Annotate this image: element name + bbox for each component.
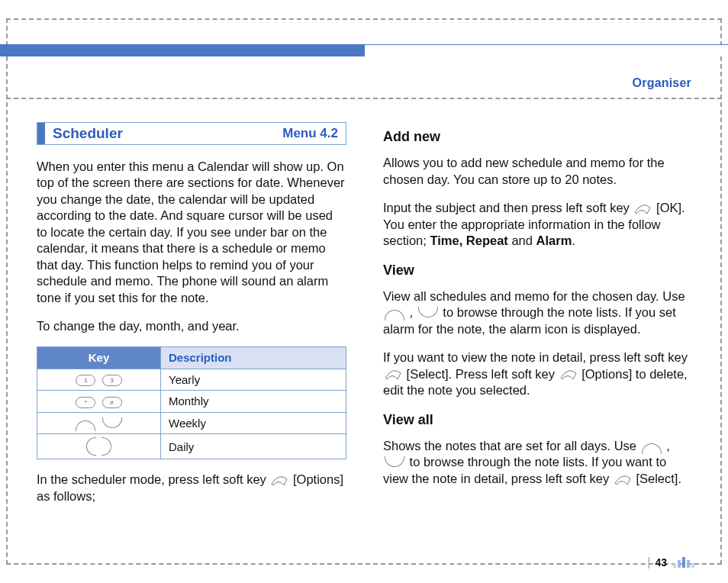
header-section-label: Organiser xyxy=(633,76,691,90)
view-p2: If you want to view the note in detail, … xyxy=(383,349,693,398)
thumb-index-bars-icon xyxy=(672,557,694,568)
view-all-p1a: Shows the notes that are set for all day… xyxy=(383,439,640,453)
scheduler-footer-paragraph: In the scheduler mode, press left soft k… xyxy=(37,472,346,504)
title-accent-bar xyxy=(37,123,45,144)
key-star-icon: * xyxy=(76,397,95,408)
key-cell-yearly: 1 3 xyxy=(37,369,161,391)
add-new-bold1: Time, Repeat xyxy=(430,234,507,247)
view-p1a: View all schedules and memo for the chos… xyxy=(383,289,685,303)
key-3-icon: 3 xyxy=(102,375,122,386)
view-all-p1: Shows the notes that are set for all day… xyxy=(383,438,693,487)
left-column: Scheduler Menu 4.2 When you enter this m… xyxy=(37,122,346,540)
nav-down-icon xyxy=(102,417,122,428)
view-all-p1d: [Select]. xyxy=(636,472,681,485)
footer-text-a: In the scheduler mode, press left soft k… xyxy=(37,472,269,486)
view-p2b: [Select]. Press left soft key xyxy=(407,367,559,381)
table-head-description: Description xyxy=(161,347,346,369)
header-color-bar xyxy=(0,44,728,56)
table-head-key: Key xyxy=(37,347,161,369)
key-hash-icon: # xyxy=(102,397,122,408)
change-line: To change the day, month, and year. xyxy=(37,318,346,334)
page-border-bottom xyxy=(6,563,722,565)
table-row: * # Monthly xyxy=(37,391,346,413)
desc-cell: Yearly xyxy=(161,369,346,391)
nav-right-icon xyxy=(101,437,111,456)
add-new-p2: Input the subject and then press left so… xyxy=(383,200,693,249)
right-column: Add new Allows you to add new schedule a… xyxy=(383,122,693,540)
page-border-left xyxy=(6,18,8,565)
soft-key-icon xyxy=(271,475,288,486)
section-title: Scheduler xyxy=(53,124,123,143)
add-new-p1: Allows you to add new schedule and memo … xyxy=(383,155,693,188)
key-1-icon: 1 xyxy=(76,375,95,386)
content-columns: Scheduler Menu 4.2 When you enter this m… xyxy=(37,122,693,540)
nav-left-icon xyxy=(86,437,96,456)
nav-up-icon xyxy=(642,443,662,454)
view-p2a: If you want to view the note in detail, … xyxy=(383,350,688,364)
soft-key-icon xyxy=(634,204,651,214)
table-row: Weekly xyxy=(37,412,346,434)
soft-key-icon xyxy=(385,369,401,380)
page-border-right xyxy=(720,18,722,565)
add-new-heading: Add new xyxy=(383,128,693,146)
view-p1: View all schedules and memo for the chos… xyxy=(383,288,693,337)
table-row: 1 3 Yearly xyxy=(37,369,346,391)
desc-cell: Weekly xyxy=(161,412,346,434)
view-p1b: , xyxy=(406,305,417,319)
nav-down-icon xyxy=(385,456,404,467)
key-cell-weekly xyxy=(37,412,161,434)
section-menu-number: Menu 4.2 xyxy=(282,125,338,142)
view-all-p1b: , xyxy=(663,439,670,453)
desc-cell: Monthly xyxy=(161,391,346,413)
key-description-table: Key Description 1 3 Yearly * # Monthly xyxy=(37,346,346,459)
header-separator xyxy=(6,98,722,99)
add-new-p2c: and xyxy=(508,234,536,247)
nav-up-icon xyxy=(76,420,95,431)
nav-up-icon xyxy=(385,310,404,320)
nav-down-icon xyxy=(418,307,438,317)
page-number-area: | 43 xyxy=(647,556,694,569)
add-new-p2d: . xyxy=(572,234,575,247)
add-new-bold2: Alarm xyxy=(536,234,572,247)
soft-key-icon xyxy=(614,475,631,485)
view-all-heading: View all xyxy=(383,411,693,429)
section-title-box: Scheduler Menu 4.2 xyxy=(37,122,346,145)
soft-key-icon xyxy=(560,369,577,380)
key-cell-daily xyxy=(37,434,161,459)
add-new-p2a: Input the subject and then press left so… xyxy=(383,201,633,214)
page-number: 43 xyxy=(655,556,667,569)
page-num-divider-icon: | xyxy=(647,556,650,569)
desc-cell: Daily xyxy=(161,434,346,459)
page-border-top xyxy=(6,18,722,20)
intro-paragraph: When you enter this menu a Calendar will… xyxy=(37,159,346,306)
key-cell-monthly: * # xyxy=(37,391,161,413)
table-row: Daily xyxy=(37,434,346,459)
view-heading: View xyxy=(383,262,693,279)
